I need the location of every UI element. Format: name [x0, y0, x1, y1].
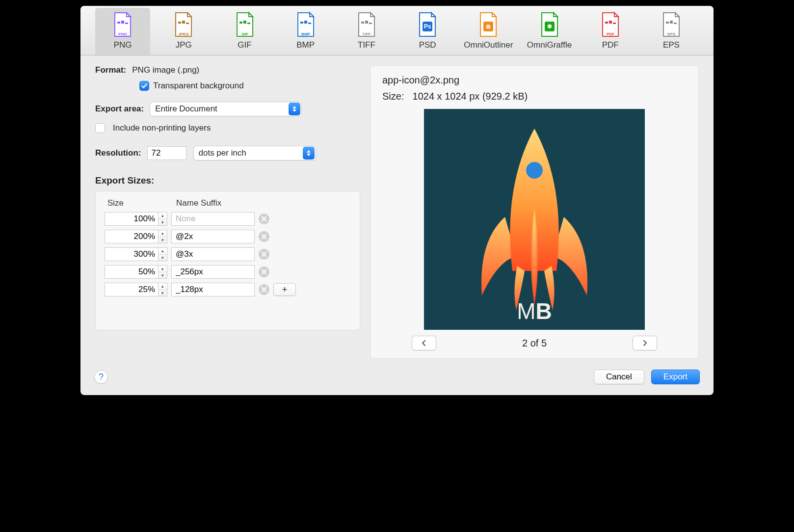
suffix-input[interactable]: [171, 283, 255, 296]
format-tab-omnigraffle[interactable]: ✱ OmniGraffle: [522, 8, 577, 55]
format-tab-psd[interactable]: Ps PSD: [400, 8, 455, 55]
size-input[interactable]: [105, 265, 159, 279]
format-tab-omnioutliner[interactable]: ≣ OmniOutliner: [461, 8, 516, 55]
format-label: Format:: [95, 65, 126, 75]
preview-filename: app-icon@2x.png: [382, 75, 687, 86]
suffix-input[interactable]: [171, 247, 255, 261]
size-input[interactable]: [105, 230, 159, 243]
format-tab-label: OmniGraffle: [527, 40, 572, 50]
format-tab-pdf[interactable]: PDF PDF: [583, 8, 638, 55]
remove-size-button[interactable]: [259, 213, 269, 224]
export-size-row: ▴▾: [105, 230, 351, 243]
format-tab-jpg[interactable]: JPEG JPG: [156, 8, 211, 55]
svg-rect-11: [247, 23, 250, 24]
svg-rect-7: [186, 23, 189, 24]
transparent-background-checkbox[interactable]: [139, 81, 149, 91]
rocket-icon: MB: [424, 109, 645, 330]
close-icon: [261, 269, 267, 275]
format-value: PNG image (.png): [132, 65, 199, 75]
svg-text:Ps: Ps: [424, 23, 431, 30]
svg-rect-29: [613, 23, 616, 24]
svg-rect-13: [300, 22, 303, 24]
svg-text:BMP: BMP: [301, 32, 310, 36]
format-tab-tiff[interactable]: TIFF TIFF: [339, 8, 394, 55]
chevron-updown-icon: [289, 103, 300, 115]
resolution-label: Resolution:: [95, 148, 141, 158]
format-tab-gif[interactable]: GIF GIF: [217, 8, 272, 55]
preview-image: MB: [424, 109, 645, 330]
format-tab-eps[interactable]: EPS EPS: [644, 8, 699, 55]
stepper-buttons[interactable]: ▴▾: [159, 265, 167, 279]
format-tab-label: JPG: [176, 40, 192, 50]
file-omnigraffle-icon: ✱: [538, 11, 561, 38]
svg-rect-18: [365, 21, 368, 24]
size-stepper[interactable]: ▴▾: [105, 265, 167, 279]
export-area-select[interactable]: Entire Document: [150, 102, 302, 116]
svg-rect-2: [121, 21, 124, 24]
svg-rect-9: [239, 22, 242, 24]
size-stepper[interactable]: ▴▾: [105, 247, 167, 261]
preview-prev-button[interactable]: [412, 336, 436, 350]
svg-text:PNG: PNG: [118, 32, 127, 36]
preview-size-value: 1024 x 1024 px (929.2 kB): [413, 91, 528, 102]
file-bmp-icon: BMP: [294, 11, 318, 38]
chevron-updown-icon: [303, 147, 315, 160]
export-button[interactable]: Export: [651, 370, 700, 384]
include-nonprinting-checkbox[interactable]: [95, 123, 105, 133]
close-icon: [261, 251, 267, 257]
preview-next-button[interactable]: [633, 336, 657, 350]
include-nonprinting-label: Include non-printing layers: [113, 123, 211, 133]
close-icon: [261, 216, 267, 222]
size-input[interactable]: [105, 247, 159, 261]
format-tab-bmp[interactable]: BMP BMP: [278, 8, 333, 55]
stepper-buttons[interactable]: ▴▾: [159, 212, 167, 226]
size-input[interactable]: [105, 212, 159, 226]
export-sizes-panel: Size Name Suffix ▴▾ ▴▾ ▴▾: [95, 191, 360, 330]
svg-rect-6: [182, 21, 185, 24]
file-eps-icon: EPS: [660, 11, 683, 38]
file-jpg-icon: JPEG: [172, 11, 195, 38]
svg-text:PDF: PDF: [607, 32, 614, 36]
file-gif-icon: GIF: [233, 11, 257, 38]
file-omnioutliner-icon: ≣: [476, 11, 500, 38]
stepper-buttons[interactable]: ▴▾: [159, 230, 167, 243]
remove-size-button[interactable]: [259, 284, 269, 295]
svg-rect-32: [670, 21, 673, 24]
remove-size-button[interactable]: [259, 249, 269, 260]
close-icon: [261, 287, 267, 293]
suffix-input[interactable]: [171, 265, 255, 279]
suffix-input[interactable]: [171, 230, 255, 243]
file-pdf-icon: PDF: [599, 11, 622, 38]
size-stepper[interactable]: ▴▾: [105, 212, 167, 226]
export-size-row: ▴▾: [105, 247, 351, 261]
format-tab-label: TIFF: [358, 40, 375, 50]
size-stepper[interactable]: ▴▾: [105, 283, 167, 296]
remove-size-button[interactable]: [259, 231, 269, 242]
resolution-input[interactable]: [147, 146, 186, 160]
help-button[interactable]: ?: [94, 370, 108, 384]
svg-text:GIF: GIF: [241, 32, 248, 36]
add-size-button[interactable]: +: [273, 283, 296, 296]
svg-point-34: [526, 162, 543, 179]
svg-rect-19: [369, 23, 372, 24]
svg-rect-17: [361, 22, 364, 24]
close-icon: [261, 234, 267, 239]
remove-size-button[interactable]: [259, 266, 269, 277]
export-size-row: ▴▾ +: [105, 283, 351, 296]
svg-rect-33: [674, 23, 677, 24]
preview-size-label: Size:: [382, 91, 410, 102]
export-size-row: ▴▾: [105, 265, 351, 279]
svg-text:JPEG: JPEG: [179, 32, 189, 36]
svg-rect-10: [243, 21, 246, 24]
cancel-button[interactable]: Cancel: [594, 370, 644, 384]
resolution-unit-select[interactable]: dots per inch: [193, 146, 316, 160]
export-size-row: ▴▾: [105, 212, 351, 226]
stepper-buttons[interactable]: ▴▾: [159, 283, 167, 296]
stepper-buttons[interactable]: ▴▾: [159, 247, 167, 261]
export-dialog: PNG PNG JPEG JPG GIF GIF BMP: [80, 6, 714, 395]
size-stepper[interactable]: ▴▾: [105, 230, 167, 243]
format-tab-png[interactable]: PNG PNG: [95, 8, 150, 55]
size-input[interactable]: [105, 283, 159, 296]
sizes-header-suffix: Name Suffix: [176, 198, 221, 208]
suffix-input[interactable]: [171, 212, 255, 226]
